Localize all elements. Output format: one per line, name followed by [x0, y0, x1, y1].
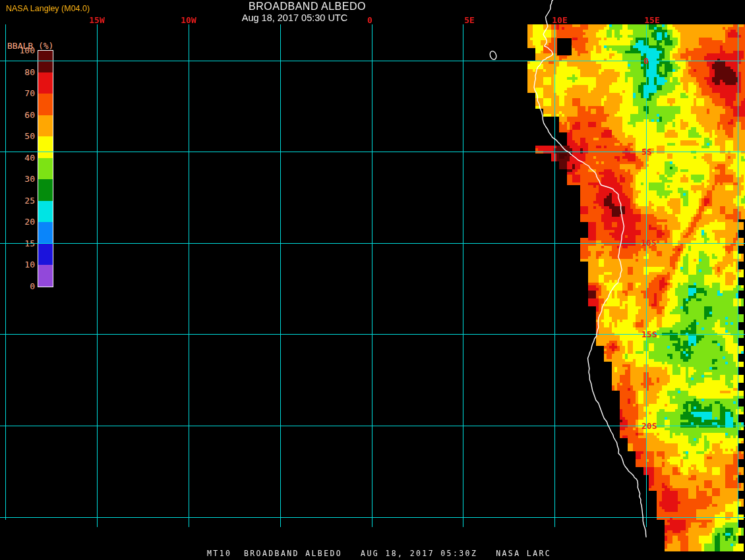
latitude-label: 10S — [641, 238, 656, 248]
nasa-credit: NASA Langley (M04.0) — [6, 4, 90, 13]
latitude-label: 0 — [643, 56, 649, 66]
longitude-label: 10W — [181, 15, 196, 25]
legend-color-segment — [38, 201, 53, 223]
longitude-label: 15E — [644, 15, 659, 25]
legend-tick-label: 15 — [24, 238, 35, 248]
vertical-gridline — [372, 24, 372, 527]
legend-tick-label: 80 — [24, 67, 35, 76]
latitude-label: 5S — [641, 147, 652, 157]
legend-tick-labels: 100807060504030252015100 — [0, 0, 35, 303]
vertical-gridline — [280, 24, 281, 527]
legend-color-segment — [38, 72, 53, 94]
timestamp-subtitle: Aug 18, 2017 05:30 UTC — [242, 13, 347, 23]
albedo-data-swath — [514, 24, 745, 552]
vertical-gridline — [97, 24, 98, 527]
legend-tick-label: 100 — [20, 45, 35, 55]
legend-tick-label: 30 — [24, 174, 35, 184]
legend-color-segment — [38, 179, 53, 201]
legend-color-segment — [38, 115, 53, 137]
legend-tick-label: 60 — [24, 109, 35, 119]
legend-color-segment — [38, 136, 53, 158]
legend-color-segment — [38, 265, 53, 287]
legend-tick-label: 10 — [24, 260, 35, 269]
vertical-gridline — [189, 24, 189, 527]
vertical-gridline — [463, 24, 463, 527]
longitude-label: 15W — [89, 15, 104, 25]
legend-tick-label: 25 — [24, 195, 35, 205]
page-title: BROADBAND ALBEDO — [249, 1, 366, 13]
legend-colorbar — [38, 50, 53, 287]
latitude-label: 20S — [641, 421, 657, 431]
latitude-label: 15S — [641, 329, 657, 339]
legend-color-segment — [38, 158, 53, 180]
albedo-map-stage: BBALB (%) 100807060504030252015100 15W10… — [0, 0, 745, 560]
legend-color-segment — [38, 244, 53, 266]
bottom-caption: MT10 BROADBAND ALBEDO AUG 18, 2017 05:30… — [207, 549, 551, 558]
longitude-label: 0 — [367, 15, 372, 25]
legend-tick-label: 50 — [24, 131, 35, 141]
legend-tick-label: 0 — [30, 281, 35, 291]
legend-tick-label: 70 — [24, 88, 35, 98]
legend-color-segment — [38, 94, 53, 115]
longitude-label: 5E — [464, 15, 475, 25]
legend-tick-label: 20 — [24, 217, 35, 227]
legend-color-segment — [38, 222, 53, 244]
legend-color-segment — [38, 51, 53, 72]
longitude-label: 10E — [552, 15, 567, 25]
island-outline — [489, 50, 498, 60]
legend-tick-label: 40 — [24, 152, 35, 162]
